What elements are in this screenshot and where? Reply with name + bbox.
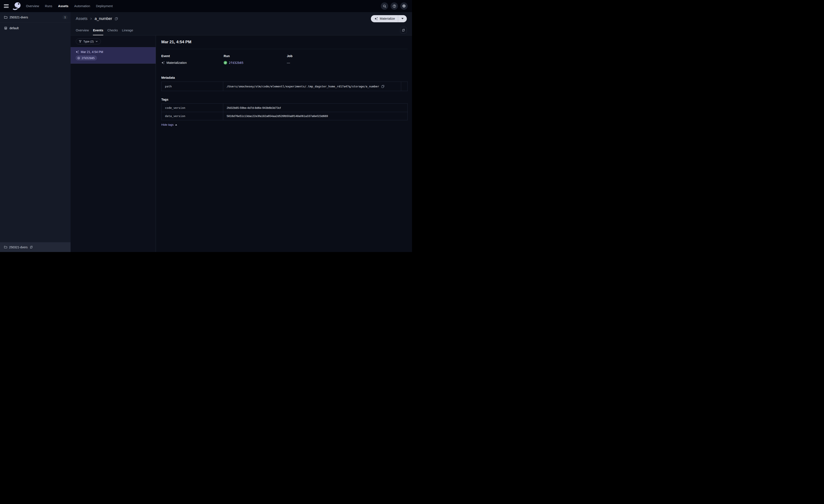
asset-tabs: Overview Events Checks Lineage	[71, 25, 412, 35]
nav-item-runs[interactable]: Runs	[45, 4, 52, 8]
run-column-header: Run	[224, 54, 287, 58]
hide-tags-link[interactable]: Hide tags	[161, 123, 177, 126]
sidebar-group-label: 250321-dvers	[9, 16, 61, 19]
event-type-label: Materialization	[167, 61, 187, 65]
search-button[interactable]	[381, 2, 388, 10]
chevron-down-icon	[96, 40, 98, 43]
hamburger-menu-icon[interactable]	[4, 4, 9, 8]
nav-actions	[381, 2, 408, 10]
metadata-table: path /Users/smackesey/stm/code/elementl/…	[161, 82, 408, 91]
event-list-panel: Type (2) Mar 21, 4:54 PM	[71, 35, 156, 252]
chevron-right-icon	[90, 17, 92, 20]
sparkles-icon	[374, 17, 378, 20]
materialize-split-button[interactable]: Materialize	[371, 15, 407, 22]
run-id-chip[interactable]: 2fd32b85	[76, 55, 97, 60]
event-column-header: Event	[161, 54, 224, 58]
run-cell: 2fd32b85	[224, 61, 287, 65]
table-action-cell	[401, 82, 407, 91]
dagster-logo-icon[interactable]	[12, 1, 22, 11]
event-detail-title: Mar 21, 4:54 PM	[161, 39, 408, 44]
refresh-events-button[interactable]	[400, 27, 407, 33]
sync-icon	[402, 28, 405, 32]
filter-funnel-icon	[79, 40, 82, 43]
materialize-button[interactable]: Materialize	[371, 15, 398, 22]
tags-table: code_version 2fd32b85-59be-4d7d-8d6e-943…	[161, 103, 408, 120]
metadata-path-link[interactable]: /Users/smackesey/stm/code/elementl/exper…	[227, 85, 379, 88]
sidebar-item-label: default	[9, 26, 19, 30]
run-id-link[interactable]: 2fd32b85	[229, 61, 243, 65]
materialization-sparkles-icon	[76, 50, 79, 54]
tag-key: code_version	[162, 104, 223, 112]
event-meta-grid: Event Run Job Materialization	[161, 54, 408, 65]
event-detail-panel: Mar 21, 4:54 PM Event Run Job Materializ…	[156, 35, 412, 252]
metadata-heading: Metadata	[161, 76, 408, 80]
table-row: code_version 2fd32b85-59be-4d7d-8d6e-943…	[162, 104, 407, 112]
event-list-item-selected[interactable]: Mar 21, 4:54 PM 2fd32b85	[71, 47, 156, 64]
tab-events[interactable]: Events	[93, 25, 103, 35]
reload-code-location-icon[interactable]	[30, 246, 33, 249]
primary-nav: Overview Runs Assets Automation Deployme…	[26, 4, 113, 8]
run-status-icon	[77, 57, 80, 59]
nav-item-assets[interactable]: Assets	[58, 4, 69, 8]
nav-item-overview[interactable]: Overview	[26, 4, 39, 8]
event-timestamp: Mar 21, 4:54 PM	[81, 50, 103, 54]
caret-down-icon	[401, 18, 404, 19]
tab-lineage[interactable]: Lineage	[122, 25, 133, 35]
tab-overview[interactable]: Overview	[76, 25, 89, 35]
folder-icon	[4, 246, 7, 249]
divider	[161, 49, 408, 49]
asset-group-icon	[4, 26, 7, 30]
nav-item-automation[interactable]: Automation	[74, 4, 90, 8]
run-id-chip-label: 2fd32b85	[82, 56, 95, 60]
page-header: Assets a_number M	[71, 12, 412, 25]
materialize-dropdown-toggle[interactable]	[398, 15, 407, 22]
search-icon	[383, 4, 387, 8]
asset-catalog-sidebar: 250321-dvers 1 default 250321-dvers	[0, 12, 71, 252]
table-row: path /Users/smackesey/stm/code/elementl/…	[162, 82, 407, 91]
tags-heading: Tags	[161, 98, 408, 101]
event-type-filter-button[interactable]: Type (2)	[76, 38, 101, 44]
tab-checks[interactable]: Checks	[107, 25, 118, 35]
asset-name-title: a_number	[95, 16, 112, 21]
tag-value: 2fd32b85-59be-4d7d-8d6e-943b6b3d73cf	[227, 106, 281, 109]
event-type-filter-label: Type (2)	[83, 40, 94, 43]
sidebar-footer: 250321-dvers	[0, 242, 71, 252]
top-nav: Overview Runs Assets Automation Deployme…	[0, 0, 412, 12]
sidebar-group-count-badge: 1	[63, 15, 68, 19]
dagster-app: Overview Runs Assets Automation Deployme…	[0, 0, 412, 252]
help-button[interactable]	[391, 2, 398, 10]
asset-detail-page: Assets a_number M	[71, 12, 412, 252]
table-row: data_version 5816d76e51c13dac22e3fa182a6…	[162, 112, 407, 120]
gear-icon	[402, 4, 406, 8]
job-value: —	[287, 61, 290, 65]
help-icon	[393, 4, 396, 8]
materialization-sparkles-icon	[161, 61, 165, 65]
job-column-header: Job	[287, 54, 408, 58]
copy-asset-name-icon[interactable]	[115, 17, 118, 20]
tag-key: data_version	[162, 112, 223, 120]
caret-up-icon	[175, 124, 177, 125]
settings-button[interactable]	[400, 2, 408, 10]
tag-value: 5816d76e51c13dac22e3fa182a654aa2d526fb50…	[227, 114, 328, 118]
tags-section: Tags code_version 2fd32b85-59be-4d7d-8d6…	[161, 98, 408, 127]
breadcrumb: Assets a_number	[76, 16, 118, 21]
folder-icon	[4, 16, 7, 19]
nav-item-deployment[interactable]: Deployment	[96, 4, 113, 8]
hide-tags-label: Hide tags	[161, 123, 174, 126]
copy-path-icon[interactable]	[381, 85, 385, 88]
sidebar-item-default[interactable]: default	[0, 23, 71, 33]
event-type-cell: Materialization	[161, 61, 224, 65]
metadata-section: Metadata path /Users/smackesey/stm/code/…	[161, 76, 408, 91]
breadcrumb-assets-link[interactable]: Assets	[76, 16, 88, 21]
sidebar-group-row[interactable]: 250321-dvers 1	[0, 12, 71, 23]
run-success-check-icon	[224, 61, 227, 65]
metadata-key: path	[162, 82, 223, 91]
job-cell: —	[287, 61, 408, 65]
materialize-button-label: Materialize	[380, 17, 395, 20]
sidebar-footer-label: 250321-dvers	[9, 246, 28, 249]
